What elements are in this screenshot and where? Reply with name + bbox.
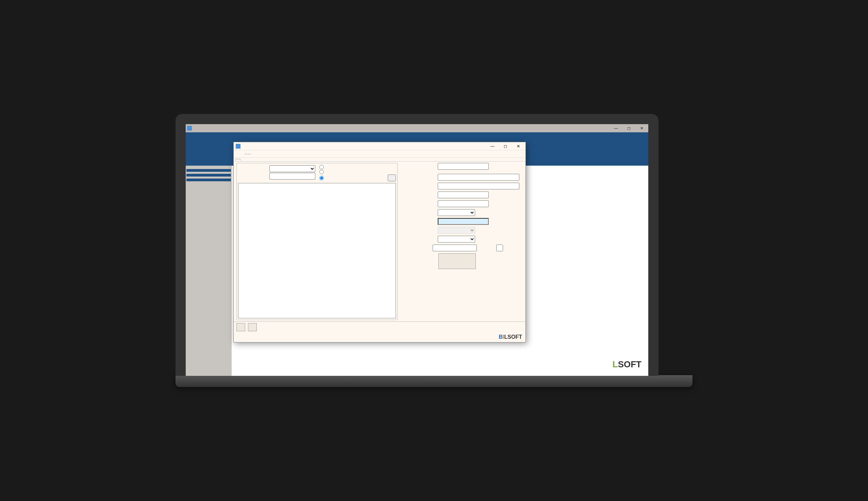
islem-turu-select: [438, 227, 475, 234]
tab-sayim-islemleri[interactable]: [243, 159, 247, 161]
satis-fiyati-input[interactable]: [438, 192, 489, 198]
dialog-maximize-button[interactable]: ◻: [500, 143, 511, 149]
sidebar-header-musteri: [186, 179, 231, 181]
dialog-titlebar: — ◻ ✕: [234, 142, 525, 150]
detail-panel: [400, 163, 523, 320]
minimize-button[interactable]: —: [611, 125, 621, 131]
listelenen-bakiye-raporu-button[interactable]: [236, 323, 245, 331]
stoklar-panel: [236, 163, 398, 320]
depo-seciniz-select[interactable]: [269, 165, 315, 172]
dialog-minimize-button[interactable]: —: [487, 143, 497, 149]
sayim-miktar-input[interactable]: [438, 218, 489, 225]
license-label: [245, 153, 251, 155]
grup-select[interactable]: [438, 209, 475, 216]
close-button[interactable]: ✕: [637, 125, 647, 131]
risk-limit-input[interactable]: [433, 245, 477, 251]
depo-select[interactable]: [438, 236, 475, 243]
sidebar-header-genel: [186, 169, 231, 172]
alis-fiyati-input[interactable]: [438, 200, 489, 207]
tab-genel-ayar[interactable]: [255, 159, 259, 161]
barkod-no-input[interactable]: [438, 174, 519, 181]
stok-sayim-dialog: — ◻ ✕: [233, 142, 526, 342]
sidebar-header-kullanici: [186, 174, 231, 177]
dialog-menu: [234, 150, 525, 158]
dialog-close-button[interactable]: ✕: [513, 143, 524, 149]
main-titlebar: — ◻ ✕: [186, 124, 648, 132]
dialog-app-icon: [236, 144, 240, 149]
radio-tum-stok[interactable]: [319, 176, 324, 180]
bilsoft-logo: BILSOFT: [499, 334, 522, 340]
arama-input[interactable]: [269, 173, 315, 180]
radio-sayim-yapilan[interactable]: [319, 165, 324, 169]
maximize-button[interactable]: ◻: [624, 125, 634, 131]
barkod-no-ara-input[interactable]: [438, 163, 489, 170]
sidebar: [186, 166, 232, 376]
tab-stok-sayim[interactable]: [236, 159, 240, 161]
ara-button[interactable]: [388, 174, 396, 181]
main-menubar: [186, 132, 648, 142]
sayim-kaydet-button[interactable]: [438, 253, 476, 269]
radio-sayim-yapilmayan[interactable]: [319, 170, 324, 174]
dialog-tabs: [234, 158, 525, 162]
stok-grid[interactable]: [238, 183, 396, 318]
risk-limit-checkbox[interactable]: [481, 245, 518, 251]
app-icon: [187, 126, 192, 131]
tab-stok-islemler[interactable]: [249, 159, 253, 161]
stok-fark-raporu-button[interactable]: [248, 323, 257, 331]
urun-adi-input[interactable]: [438, 183, 519, 190]
brand-logo: LSOFT: [613, 359, 642, 370]
